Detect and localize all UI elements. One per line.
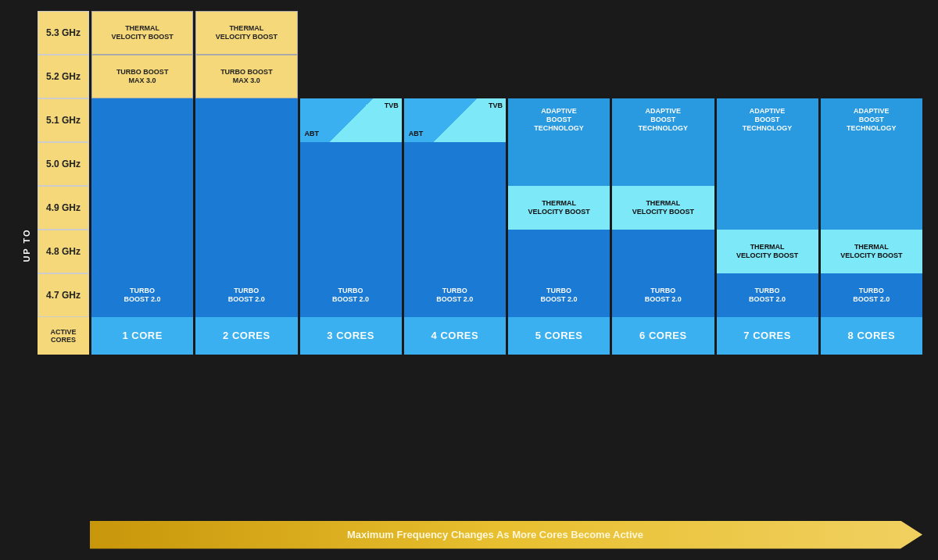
col3-row6 bbox=[300, 230, 402, 273]
col8-bottom: 8 CORES bbox=[821, 317, 922, 355]
col2-row6 bbox=[195, 230, 297, 273]
col6-row5-tvb: THERMALVELOCITY BOOST bbox=[612, 186, 714, 230]
col8-row4 bbox=[821, 142, 922, 186]
col-3-cores: ABT TVB TURBOBOOST 2.0 3 CORES bbox=[300, 11, 402, 517]
col7-row6-tvb: THERMALVELOCITY BOOST bbox=[717, 230, 818, 273]
col8-row6-tvb: THERMALVELOCITY BOOST bbox=[821, 230, 922, 273]
y-axis-label: UP TO bbox=[22, 228, 31, 262]
col3-row2 bbox=[300, 55, 402, 98]
abt-label: ABT bbox=[305, 130, 320, 137]
col7-row7: TURBOBOOST 2.0 bbox=[717, 273, 818, 317]
col5-row2 bbox=[508, 55, 610, 98]
col1-row1: THERMALVELOCITY BOOST bbox=[91, 11, 193, 55]
col4-row7: TURBOBOOST 2.0 bbox=[404, 273, 506, 317]
col6-row4 bbox=[612, 142, 714, 186]
col6-row2 bbox=[612, 55, 714, 98]
freq-label-48: 4.8 GHz bbox=[38, 230, 89, 273]
col8-row2 bbox=[821, 55, 922, 98]
col4-row4 bbox=[404, 142, 506, 186]
col6-row6 bbox=[612, 230, 714, 273]
col4-row1 bbox=[404, 11, 506, 55]
freq-label-53: 5.3 GHz bbox=[38, 11, 89, 55]
col7-row1 bbox=[717, 11, 818, 55]
col8-row1 bbox=[821, 11, 922, 55]
col1-row3 bbox=[91, 98, 193, 142]
col4-row6 bbox=[404, 230, 506, 273]
arrow-row: Maximum Frequency Changes As More Cores … bbox=[16, 520, 922, 550]
col4-row2 bbox=[404, 55, 506, 98]
col-8-cores: ADAPTIVEBOOSTTECHNOLOGY THERMALVELOCITY … bbox=[821, 11, 922, 517]
data-columns: THERMALVELOCITY BOOST TURBO BOOSTMAX 3.0… bbox=[89, 11, 922, 517]
col5-row3-abt: ADAPTIVEBOOSTTECHNOLOGY bbox=[508, 98, 610, 142]
col2-row3 bbox=[195, 98, 297, 142]
col3-row1 bbox=[300, 11, 402, 55]
col2-row7: TURBOBOOST 2.0 bbox=[195, 273, 297, 317]
col6-bottom: 6 CORES bbox=[612, 317, 714, 355]
arrow-container: Maximum Frequency Changes As More Cores … bbox=[90, 521, 922, 549]
col8-row5 bbox=[821, 186, 922, 230]
col8-row7: TURBOBOOST 2.0 bbox=[821, 273, 922, 317]
col5-row7: TURBOBOOST 2.0 bbox=[508, 273, 610, 317]
active-cores-label: ACTIVE CORES bbox=[38, 317, 89, 355]
freq-label-52: 5.2 GHz bbox=[38, 55, 89, 98]
tvb-label-4: TVB bbox=[489, 102, 503, 109]
col-2-cores: THERMALVELOCITY BOOST TURBO BOOSTMAX 3.0… bbox=[195, 11, 297, 517]
col-5-cores: ADAPTIVEBOOSTTECHNOLOGY THERMALVELOCITY … bbox=[508, 11, 610, 517]
arrow-text: Maximum Frequency Changes As More Cores … bbox=[102, 529, 888, 540]
col5-row4 bbox=[508, 142, 610, 186]
col1-row6 bbox=[91, 230, 193, 273]
col-7-cores: ADAPTIVEBOOSTTECHNOLOGY THERMALVELOCITY … bbox=[717, 11, 818, 517]
tvb-label: TVB bbox=[385, 102, 399, 109]
col7-row4 bbox=[717, 142, 818, 186]
col2-row4 bbox=[195, 142, 297, 186]
col2-row2: TURBO BOOSTMAX 3.0 bbox=[195, 55, 297, 98]
col6-row1 bbox=[612, 11, 714, 55]
col7-row2 bbox=[717, 55, 818, 98]
col-4-cores: ABT TVB TURBOBOOST 2.0 4 CORES bbox=[404, 11, 506, 517]
col2-bottom: 2 CORES bbox=[195, 317, 297, 355]
col3-row5 bbox=[300, 186, 402, 230]
freq-label-50: 5.0 GHz bbox=[38, 142, 89, 186]
col4-bottom: 4 CORES bbox=[404, 317, 506, 355]
freq-label-47: 4.7 GHz bbox=[38, 273, 89, 317]
col6-row7: TURBOBOOST 2.0 bbox=[612, 273, 714, 317]
col1-row7: TURBOBOOST 2.0 bbox=[91, 273, 193, 317]
col3-bottom: 3 CORES bbox=[300, 317, 402, 355]
col3-row3-split: ABT TVB bbox=[300, 98, 402, 142]
col5-bottom: 5 CORES bbox=[508, 317, 610, 355]
col5-row1 bbox=[508, 11, 610, 55]
col4-row5 bbox=[404, 186, 506, 230]
chart-wrapper: UP TO 5.3 GHz 5.2 GHz 5.1 GHz 5.0 GHz 4.… bbox=[16, 11, 922, 550]
col1-row4 bbox=[91, 142, 193, 186]
col1-bottom: 1 CORE bbox=[91, 317, 193, 355]
col2-row1: THERMALVELOCITY BOOST bbox=[195, 11, 297, 55]
freq-label-51: 5.1 GHz bbox=[38, 98, 89, 142]
col1-row2: TURBO BOOSTMAX 3.0 bbox=[91, 55, 193, 98]
col6-row3-abt: ADAPTIVEBOOSTTECHNOLOGY bbox=[612, 98, 714, 142]
col7-bottom: 7 CORES bbox=[717, 317, 818, 355]
col3-row7: TURBOBOOST 2.0 bbox=[300, 273, 402, 317]
col1-row5 bbox=[91, 186, 193, 230]
col4-row3-split: ABT TVB bbox=[404, 98, 506, 142]
col7-row5 bbox=[717, 186, 818, 230]
col3-row4 bbox=[300, 142, 402, 186]
abt-label-4: ABT bbox=[409, 130, 424, 137]
col-6-cores: ADAPTIVEBOOSTTECHNOLOGY THERMALVELOCITY … bbox=[612, 11, 714, 517]
col5-row5-tvb: THERMALVELOCITY BOOST bbox=[508, 186, 610, 230]
col2-row5 bbox=[195, 186, 297, 230]
col5-row6 bbox=[508, 230, 610, 273]
col8-row3-abt: ADAPTIVEBOOSTTECHNOLOGY bbox=[821, 98, 922, 142]
col7-row3-abt: ADAPTIVEBOOSTTECHNOLOGY bbox=[717, 98, 818, 142]
freq-label-49: 4.9 GHz bbox=[38, 186, 89, 230]
col-1-core: THERMALVELOCITY BOOST TURBO BOOSTMAX 3.0… bbox=[91, 11, 193, 517]
